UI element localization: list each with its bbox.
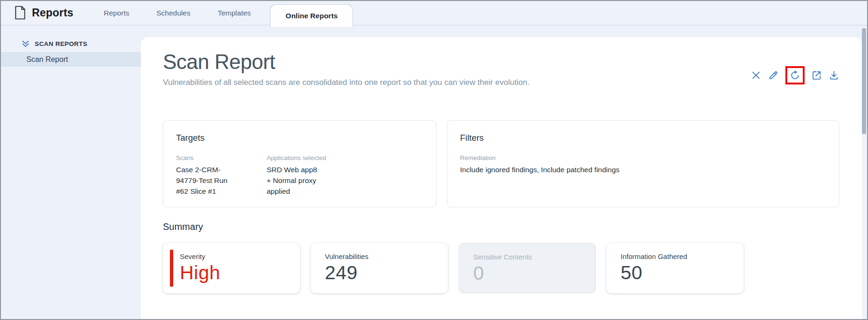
- field-label: Remediation: [460, 154, 620, 161]
- sidebar: SCAN REPORTS Scan Report: [1, 26, 141, 319]
- summary-heading: Summary: [163, 221, 839, 232]
- sidebar-item-scan-report[interactable]: Scan Report: [1, 52, 141, 67]
- scrollbar-thumb[interactable]: [862, 28, 866, 134]
- download-button[interactable]: [829, 70, 839, 81]
- targets-field-applications: Applications selected SRD Web app8 + Nor…: [267, 154, 326, 197]
- tab-bar: Reports Schedules Templates Online Repor…: [90, 1, 353, 25]
- refresh-button-highlighted[interactable]: [785, 66, 805, 84]
- field-label: Applications selected: [267, 154, 326, 161]
- document-icon: [14, 6, 26, 20]
- download-icon: [829, 70, 839, 81]
- filters-card: Filters Remediation Include ignored find…: [447, 120, 839, 207]
- close-button[interactable]: [751, 70, 761, 81]
- sidebar-section-label: SCAN REPORTS: [35, 40, 87, 47]
- severity-accent-bar: [170, 250, 173, 287]
- stat-label: Vulnerabilities: [325, 252, 448, 260]
- edit-button[interactable]: [768, 70, 779, 81]
- page-title: Scan Report: [163, 50, 839, 74]
- edit-icon: [768, 70, 779, 81]
- app-brand: Reports: [14, 6, 73, 20]
- open-in-new-icon: [811, 70, 822, 81]
- close-icon: [751, 70, 761, 81]
- stat-card-vulnerabilities: Vulnerabilities 249: [311, 243, 448, 293]
- stat-value: 50: [621, 262, 744, 284]
- stat-card-sensitive-contents: Sensitive Contents 0: [459, 243, 596, 293]
- stat-label: Severity: [180, 252, 300, 260]
- stat-value: High: [180, 262, 300, 284]
- stat-value: 249: [325, 262, 448, 284]
- tab-online-reports[interactable]: Online Reports: [270, 4, 353, 27]
- double-chevron-down-icon: [22, 40, 30, 48]
- stat-label: Sensitive Contents: [473, 253, 595, 261]
- app-window: Reports Reports Schedules Templates Onli…: [0, 0, 868, 320]
- stat-label: Information Gathered: [621, 252, 744, 260]
- main-panel: Scan Report Vulnerabilities of all selec…: [141, 37, 862, 320]
- app-title: Reports: [32, 7, 73, 19]
- field-value: Case 2-CRM- 94779-Test Run #62 Slice #1: [176, 164, 267, 197]
- header-bar: Reports Reports Schedules Templates Onli…: [1, 1, 867, 25]
- stat-card-information-gathered: Information Gathered 50: [607, 243, 744, 293]
- refresh-icon: [790, 70, 800, 81]
- targets-field-scans: Scans Case 2-CRM- 94779-Test Run #62 Sli…: [176, 154, 267, 197]
- summary-stats-row: Severity High Vulnerabilities 249 Sensit…: [163, 243, 839, 293]
- page-subtitle: Vulnerabilities of all selected scans ar…: [163, 78, 839, 87]
- stat-value: 0: [473, 262, 595, 284]
- targets-card-title: Targets: [176, 133, 423, 143]
- sidebar-section-scan-reports[interactable]: SCAN REPORTS: [1, 26, 141, 48]
- info-cards-row: Targets Scans Case 2-CRM- 94779-Test Run…: [163, 120, 839, 207]
- targets-card: Targets Scans Case 2-CRM- 94779-Test Run…: [163, 120, 437, 207]
- field-value: SRD Web app8 + Normal proxy applied: [267, 164, 326, 197]
- open-in-new-button[interactable]: [811, 70, 822, 81]
- tab-templates[interactable]: Templates: [204, 1, 265, 25]
- filters-field-remediation: Remediation Include ignored findings, In…: [460, 154, 620, 175]
- tab-reports[interactable]: Reports: [90, 1, 143, 25]
- report-actions-toolbar: [751, 66, 839, 84]
- stat-card-severity: Severity High: [163, 243, 300, 293]
- field-label: Scans: [176, 154, 267, 161]
- filters-card-title: Filters: [460, 133, 826, 143]
- tab-schedules[interactable]: Schedules: [143, 1, 204, 25]
- field-value: Include ignored findings, Include patche…: [460, 164, 620, 175]
